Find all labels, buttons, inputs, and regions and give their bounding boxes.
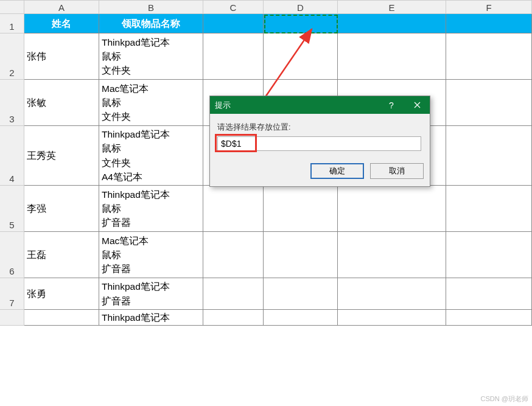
cell-empty[interactable] [338,278,446,310]
cell-name[interactable]: 王秀英 [24,126,99,186]
cell-name[interactable]: 王磊 [24,232,99,278]
cell-empty[interactable] [203,33,264,80]
cell-name[interactable]: 张伟 [24,33,99,80]
cell-empty[interactable] [203,186,264,232]
cell-name[interactable] [24,310,99,326]
cell-empty[interactable] [264,278,338,310]
header-items[interactable]: 领取物品名称 [99,14,203,33]
row-header[interactable]: 7 [0,278,24,310]
close-button[interactable] [404,96,430,114]
col-header-b[interactable]: B [99,0,203,14]
cell-c1[interactable] [203,14,264,33]
row-header[interactable]: 6 [0,232,24,278]
cell-empty[interactable] [338,33,446,80]
row-header[interactable]: 3 [0,80,24,126]
cell-empty[interactable] [446,232,532,278]
cell-empty[interactable] [203,278,264,310]
col-header-a[interactable]: A [24,0,99,14]
row-header[interactable] [0,310,24,326]
cell-empty[interactable] [338,310,446,326]
col-header-c[interactable]: C [203,0,264,14]
cell-empty[interactable] [338,186,446,232]
cell-name[interactable]: 李强 [24,186,99,232]
row-header[interactable]: 1 [0,14,24,33]
cell-empty[interactable] [338,232,446,278]
cell-empty[interactable] [264,186,338,232]
prompt-dialog: 提示 ? 请选择结果存放位置: 确定 取消 [209,96,430,187]
row-header[interactable]: 4 [0,126,24,186]
header-name[interactable]: 姓名 [24,14,99,33]
cell-d1[interactable] [264,14,338,33]
help-button[interactable]: ? [379,96,404,114]
cell-empty[interactable] [203,232,264,278]
cell-items[interactable]: Mac笔记本 鼠标 扩音器 [99,232,203,278]
ok-button[interactable]: 确定 [310,163,364,179]
result-location-input[interactable] [217,136,421,151]
cancel-button[interactable]: 取消 [370,163,424,179]
cell-empty[interactable] [446,278,532,310]
cell-items[interactable]: Mac笔记本 鼠标 文件夹 [99,80,203,126]
row-header[interactable]: 5 [0,186,24,232]
cell-empty[interactable] [446,310,532,326]
cell-empty[interactable] [264,310,338,326]
col-header-d[interactable]: D [264,0,338,14]
grid-corner[interactable] [0,0,24,14]
cell-name[interactable]: 张勇 [24,278,99,310]
col-header-f[interactable]: F [446,0,532,14]
cell-empty[interactable] [264,33,338,80]
cell-f1[interactable] [446,14,532,33]
cell-e1[interactable] [338,14,446,33]
close-icon [414,102,421,108]
cell-empty[interactable] [203,310,264,326]
cell-items[interactable]: Thinkpad笔记本 鼠标 文件夹 A4笔记本 [99,126,203,186]
cell-items[interactable]: Thinkpad笔记本 鼠标 扩音器 [99,186,203,232]
watermark: CSDN @玥老师 [481,394,528,404]
cell-empty[interactable] [446,80,532,126]
cell-empty[interactable] [446,33,532,80]
dialog-title: 提示 [215,100,379,111]
cell-empty[interactable] [264,232,338,278]
cell-empty[interactable] [446,186,532,232]
dialog-titlebar[interactable]: 提示 ? [210,96,430,114]
cell-name[interactable]: 张敏 [24,80,99,126]
cell-empty[interactable] [446,126,532,186]
col-header-e[interactable]: E [338,0,446,14]
cell-items[interactable]: Thinkpad笔记本 扩音器 [99,278,203,310]
dialog-label: 请选择结果存放位置: [217,122,422,133]
cell-items[interactable]: Thinkpad笔记本 [99,310,203,326]
cell-items[interactable]: Thinkpad笔记本 鼠标 文件夹 [99,33,203,80]
row-header[interactable]: 2 [0,33,24,80]
